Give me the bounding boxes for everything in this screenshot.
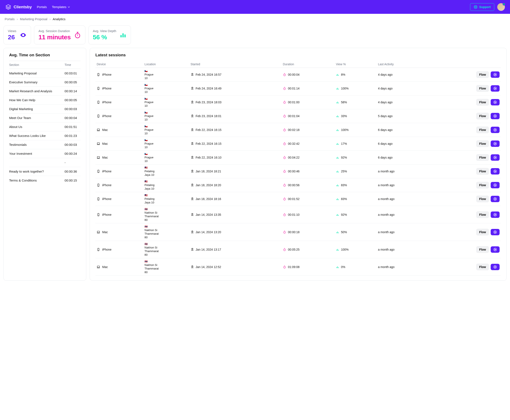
- device-name: Mac: [102, 230, 108, 234]
- play-button[interactable]: [491, 264, 500, 270]
- play-icon: [493, 87, 497, 90]
- view-value: 100%: [341, 248, 349, 251]
- flow-button[interactable]: Flow: [476, 246, 489, 253]
- svg-rect-37: [338, 116, 339, 117]
- started-value: Jan 14, 2024 13:17: [196, 248, 221, 251]
- activity-value: a month ago: [377, 223, 429, 241]
- activity-value: a month ago: [377, 258, 429, 276]
- view-value: 92%: [341, 213, 347, 216]
- started-value: Feb 22, 2024 16:15: [196, 142, 222, 145]
- flow-button[interactable]: Flow: [476, 263, 489, 270]
- flow-button[interactable]: Flow: [476, 99, 489, 106]
- flow-button[interactable]: Flow: [476, 182, 489, 188]
- play-button[interactable]: [491, 246, 500, 253]
- section-time: 00:00:05: [65, 78, 81, 87]
- table-row: Digital Marketing00:00:03: [9, 105, 81, 113]
- play-button[interactable]: [491, 154, 500, 161]
- play-button[interactable]: [491, 229, 500, 235]
- started-value: Feb 23, 2024 18:01: [196, 114, 222, 118]
- play-icon: [493, 213, 497, 217]
- activity-value: 4 days ago: [377, 95, 429, 109]
- nav-templates-label: Templates: [52, 5, 66, 9]
- play-button[interactable]: [491, 85, 500, 92]
- flow-button[interactable]: Flow: [476, 85, 489, 92]
- svg-rect-46: [97, 143, 100, 144]
- session-row: Mac 🇹🇭Nakhon SiThammarat80 Jan 14, 2024 …: [96, 223, 501, 241]
- bars-icon: [336, 170, 339, 173]
- play-icon: [493, 230, 497, 234]
- svg-rect-4: [120, 35, 122, 38]
- stat-depth-value: 56 %: [93, 34, 116, 41]
- svg-rect-81: [337, 198, 338, 200]
- flow-button[interactable]: Flow: [476, 140, 489, 147]
- location-cell: 🇲🇾PetalingJaya 10: [145, 180, 188, 190]
- play-button[interactable]: [491, 196, 500, 202]
- flag-icon: 🇹🇭: [145, 260, 188, 263]
- flow-button[interactable]: Flow: [476, 71, 489, 78]
- section-name: Meet Our Team: [9, 113, 65, 122]
- svg-rect-50: [337, 143, 338, 145]
- laptop-icon: [97, 230, 100, 234]
- phone-icon: [97, 170, 100, 173]
- location-cell: 🇨🇿Prague10: [145, 139, 188, 149]
- avatar[interactable]: [497, 3, 505, 11]
- flow-button[interactable]: Flow: [476, 168, 489, 175]
- flow-button[interactable]: Flow: [476, 229, 489, 235]
- breadcrumb-portal[interactable]: Marketing Proposal: [20, 17, 47, 21]
- section-name: What Success Looks Like: [9, 131, 65, 140]
- play-button[interactable]: [491, 211, 500, 218]
- flag-icon: 🇨🇿: [145, 111, 188, 114]
- bars-icon: [336, 101, 339, 104]
- bar-chart-icon: [120, 32, 126, 38]
- flag-icon: 🇨🇿: [145, 97, 188, 100]
- section-name: Market Research and Analysis: [9, 87, 65, 96]
- play-button[interactable]: [491, 71, 500, 78]
- svg-rect-111: [337, 266, 338, 268]
- activity-value: a month ago: [377, 241, 429, 258]
- schedule-icon: [191, 101, 194, 104]
- schedule-icon: [191, 265, 194, 269]
- flow-button[interactable]: Flow: [476, 113, 489, 120]
- duration-value: 00:32:42: [288, 142, 300, 145]
- svg-rect-49: [336, 144, 337, 145]
- session-row: Mac 🇨🇿Prague10 Feb 22, 2024 16:15 00:02:…: [96, 123, 501, 137]
- nav-templates[interactable]: Templates: [52, 5, 70, 9]
- section-time: 00:00:24: [65, 149, 81, 158]
- support-button[interactable]: Support: [470, 3, 494, 11]
- phone-icon: [97, 197, 100, 201]
- timer-icon: [283, 213, 286, 216]
- started-value: Jan 18, 2024 18:21: [196, 170, 221, 173]
- section-name: Executive Summary: [9, 78, 65, 87]
- play-button[interactable]: [491, 127, 500, 133]
- col-section: Section: [9, 61, 65, 69]
- breadcrumb-current: Analytics: [53, 17, 66, 21]
- play-button[interactable]: [491, 99, 500, 105]
- started-value: Jan 18, 2024 18:20: [196, 183, 221, 187]
- bars-icon: [336, 114, 339, 118]
- activity-value: a month ago: [377, 206, 429, 223]
- chevron-down-icon: [68, 6, 70, 8]
- play-button[interactable]: [491, 141, 500, 147]
- svg-point-2: [22, 34, 24, 36]
- flag-icon: 🇹🇭: [145, 208, 188, 211]
- session-row: iPhone 🇹🇭Nakhon SiThammarat80 Jan 14, 20…: [96, 206, 501, 223]
- svg-rect-57: [337, 157, 338, 158]
- breadcrumb-portals[interactable]: Portals: [5, 17, 15, 21]
- flow-button[interactable]: Flow: [476, 211, 489, 218]
- section-name: Your Investment: [9, 149, 65, 158]
- play-button[interactable]: [491, 168, 500, 174]
- nav-portals[interactable]: Portals: [37, 5, 47, 9]
- location-cell: 🇹🇭Nakhon SiThammarat80: [145, 242, 188, 256]
- logo[interactable]: Clientsby: [5, 4, 32, 10]
- section-time: 00:00:03: [65, 140, 81, 149]
- brand-name: Clientsby: [14, 5, 32, 9]
- flow-button[interactable]: Flow: [476, 154, 489, 161]
- flow-button[interactable]: Flow: [476, 195, 489, 202]
- timer-icon: [283, 101, 286, 104]
- flow-button[interactable]: Flow: [476, 127, 489, 133]
- play-button[interactable]: [491, 182, 500, 188]
- col-device: Device: [96, 61, 143, 68]
- play-button[interactable]: [491, 113, 500, 119]
- svg-rect-89: [337, 214, 338, 216]
- section-time: -: [65, 158, 81, 167]
